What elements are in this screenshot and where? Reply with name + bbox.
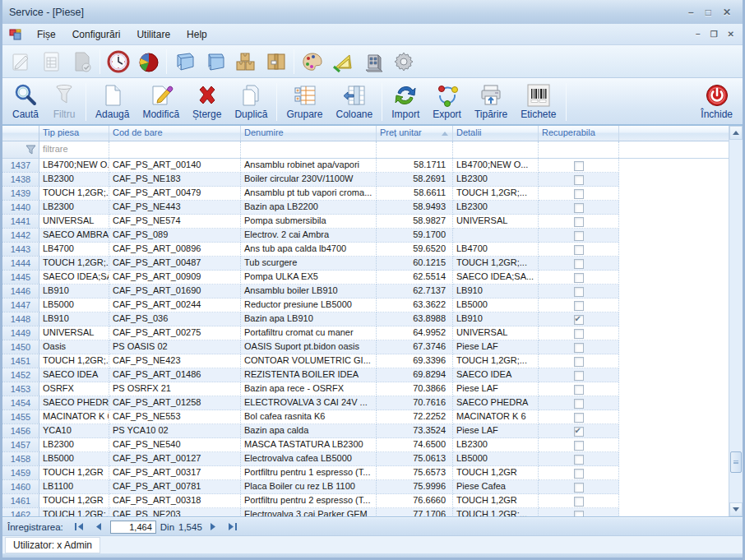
recuperabila-checkbox[interactable]: [574, 175, 584, 185]
filter-input-tip-piesa[interactable]: filtrare: [39, 141, 109, 158]
import-button[interactable]: Import: [385, 80, 426, 124]
table-row[interactable]: 1458LB5000CAF_PS_ART_00127Electrovalva c…: [2, 452, 619, 466]
filter-input-recuperabila[interactable]: [539, 141, 619, 158]
recuperabila-checkbox[interactable]: [574, 497, 584, 507]
table-row[interactable]: 1459TOUCH 1,2GRCAF_PS_ART_00317Portfiltr…: [2, 466, 619, 480]
recuperabila-checkbox[interactable]: [574, 161, 584, 171]
document-check-icon[interactable]: [67, 48, 97, 76]
recuperabila-checkbox[interactable]: [574, 385, 584, 395]
tiparire-button[interactable]: Tipărire: [468, 80, 514, 124]
recuperabila-checkbox[interactable]: [574, 371, 584, 381]
adauga-button[interactable]: Adaugă: [89, 80, 136, 124]
table-row[interactable]: 1460LB1100CAF_PS_ART_00781Placa Boiler c…: [2, 480, 619, 494]
scrollbar-track[interactable]: [729, 140, 743, 502]
table-row[interactable]: 1450OasisPS OASIS 02OASIS Suport pt.bido…: [2, 340, 619, 354]
table-row[interactable]: 1447LB5000CAF_PS_ART_00244Reductor presi…: [2, 299, 619, 312]
clock-icon[interactable]: [103, 48, 133, 76]
scrollbar-thumb[interactable]: [730, 451, 742, 473]
table-row[interactable]: 1456YCA10PS YCA10 02Bazin apa calda73.35…: [2, 424, 619, 438]
next-record-button[interactable]: [206, 521, 221, 534]
report-document-icon[interactable]: [36, 48, 67, 76]
recuperabila-checkbox[interactable]: [574, 301, 584, 311]
column-header-cod-de-bare[interactable]: Cod de bare: [109, 126, 241, 141]
recuperabila-checkbox[interactable]: [574, 343, 584, 353]
recuperabila-checkbox[interactable]: [574, 441, 584, 451]
last-record-button[interactable]: [225, 521, 240, 534]
building-icon[interactable]: [358, 48, 388, 76]
table-row[interactable]: 1449UNIVERSALCAF_PS_ART_00275Portafiltru…: [2, 326, 619, 340]
blue-box-2-icon[interactable]: [200, 48, 230, 76]
menu-item-fise[interactable]: Fișe: [29, 25, 64, 44]
recuperabila-checkbox[interactable]: [574, 511, 584, 518]
recuperabila-checkbox[interactable]: [574, 245, 584, 255]
table-row[interactable]: 1439TOUCH 1,2GR;...CAF_PS_ART_00479Ansam…: [2, 187, 619, 201]
filter-input-detalii[interactable]: [453, 141, 539, 158]
table-row[interactable]: 1445SAECO IDEA;SA...CAF_PS_ART_00909Pomp…: [2, 271, 619, 285]
filter-input-denumire[interactable]: [241, 141, 377, 158]
table-row[interactable]: 1446LB910CAF_PS_ART_01690Ansamblu boiler…: [2, 285, 619, 299]
recuperabila-checkbox[interactable]: [574, 329, 584, 339]
column-header-recuperabila[interactable]: Recuperabila: [539, 126, 619, 141]
recuperabila-checkbox[interactable]: [574, 399, 584, 409]
mdi-minimize-button[interactable]: –: [696, 30, 701, 39]
inchide-button[interactable]: Închide: [694, 80, 739, 124]
grupare-button[interactable]: Grupare: [280, 80, 329, 124]
recuperabila-checkbox[interactable]: [574, 287, 584, 297]
column-header-denumire[interactable]: Denumire: [241, 126, 377, 141]
menu-item-configurari[interactable]: Configurări: [64, 25, 129, 44]
column-header-tip-piesa[interactable]: Tip piesa: [39, 126, 109, 141]
table-row[interactable]: 1437LB4700;NEW O...CAF_PS_ART_00140Ansam…: [2, 159, 619, 173]
recuperabila-checkbox[interactable]: [574, 273, 584, 283]
table-row[interactable]: 1440LB2300CAF_PS_NE443Bazin apa LB220058…: [2, 201, 619, 215]
table-row[interactable]: 1453OSRFXPS OSRFX 21Bazin apa rece - OSR…: [2, 382, 619, 396]
table-row[interactable]: 1441UNIVERSALCAF_PS_NE574Pompa submersib…: [2, 215, 619, 229]
first-record-button[interactable]: [72, 521, 87, 534]
table-row[interactable]: 1448LB910CAF_PS_036Bazin apa LB91063.898…: [2, 312, 619, 326]
maximize-button[interactable]: □: [706, 7, 711, 17]
current-record-input[interactable]: 1,464: [110, 521, 156, 534]
recuperabila-checkbox[interactable]: [574, 203, 584, 213]
recuperabila-checkbox[interactable]: [574, 231, 584, 241]
recuperabila-checkbox[interactable]: [574, 427, 584, 437]
filter-input-pret-unitar[interactable]: [377, 141, 453, 158]
palette-icon[interactable]: [297, 48, 327, 76]
table-row[interactable]: 1444TOUCH 1,2GR;...CAF_PS_ART_00487Tub s…: [2, 257, 619, 271]
recuperabila-checkbox[interactable]: [574, 469, 584, 479]
mdi-restore-button[interactable]: ❐: [710, 30, 718, 39]
table-row[interactable]: 1438LB2300CAF_PS_NE183Boiler circular 23…: [2, 173, 619, 187]
scroll-up-button[interactable]: [729, 126, 743, 140]
table-row[interactable]: 1457LB2300CAF_PS_NE540MASCA TASTATURA LB…: [2, 438, 619, 452]
recuperabila-checkbox[interactable]: [574, 413, 584, 423]
column-header-pret-unitar[interactable]: Preț unitar: [377, 126, 453, 141]
minimize-button[interactable]: –: [688, 7, 694, 17]
table-row[interactable]: 1452SAECO IDEACAF_PS_ART_01486REZISTENTA…: [2, 368, 619, 382]
filtru-button[interactable]: Filtru: [45, 80, 83, 124]
close-button[interactable]: ✕: [723, 7, 731, 17]
edit-document-icon[interactable]: [6, 48, 36, 76]
recuperabila-checkbox[interactable]: [574, 483, 584, 493]
recuperabila-checkbox[interactable]: [574, 189, 584, 199]
mdi-close-button[interactable]: ✕: [728, 30, 734, 39]
table-row[interactable]: 1451TOUCH 1,2GR;...CAF_PS_NE423CONTOAR V…: [2, 354, 619, 368]
ruler-icon[interactable]: [327, 48, 358, 76]
column-header-detalii[interactable]: Detalii: [453, 126, 539, 141]
table-row[interactable]: 1455MACINATOR K 6CAF_PS_NE553Bol cafea r…: [2, 410, 619, 424]
coloane-button[interactable]: Coloane: [330, 80, 380, 124]
duplica-button[interactable]: Duplică: [228, 80, 274, 124]
gear-icon[interactable]: [388, 48, 419, 76]
table-row[interactable]: 1462TOUCH 1,2GR;...CAF_PS_NE203Electrova…: [2, 508, 619, 517]
cauta-button[interactable]: Caută: [6, 80, 45, 124]
recuperabila-checkbox[interactable]: [574, 357, 584, 367]
etichete-button[interactable]: Etichete: [514, 80, 562, 124]
recuperabila-checkbox[interactable]: [574, 455, 584, 465]
boxes-group-icon[interactable]: [230, 48, 261, 76]
modifica-button[interactable]: Modifică: [136, 80, 186, 124]
recuperabila-checkbox[interactable]: [574, 315, 584, 325]
blue-box-icon[interactable]: [169, 48, 200, 76]
table-row[interactable]: 1442SAECO AMBRACAF_PS_089Electrov. 2 cai…: [2, 229, 619, 243]
pie-chart-icon[interactable]: [133, 48, 164, 76]
vertical-scrollbar[interactable]: [729, 126, 743, 516]
recuperabila-checkbox[interactable]: [574, 217, 584, 227]
recuperabila-checkbox[interactable]: [574, 259, 584, 269]
scroll-down-button[interactable]: [729, 502, 743, 516]
